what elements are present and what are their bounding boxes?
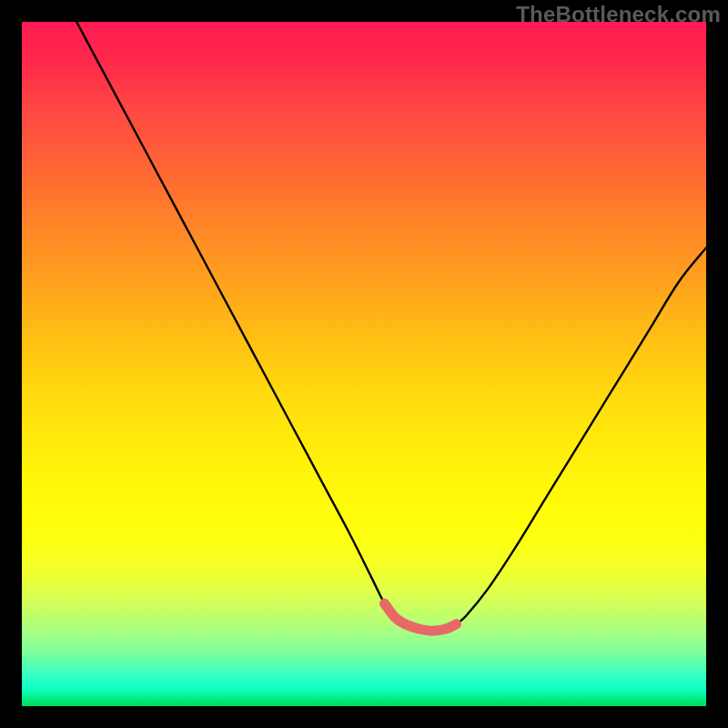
plot-area [22, 22, 706, 706]
bottleneck-curve [76, 22, 706, 631]
chart-stage: TheBottleneck.com [0, 0, 728, 728]
low-bottleneck-highlight [385, 603, 457, 631]
curve-layer [22, 22, 706, 706]
watermark-text: TheBottleneck.com [516, 2, 721, 27]
